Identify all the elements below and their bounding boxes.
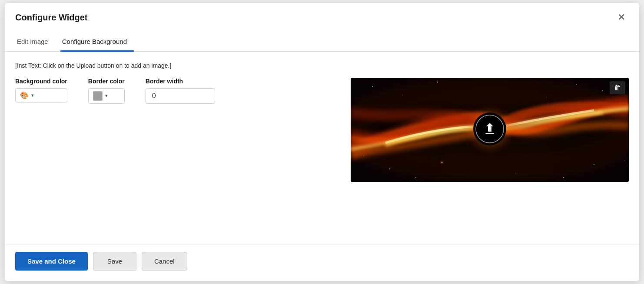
configure-widget-dialog: Configure Widget ✕ Edit Image Configure … <box>5 3 639 281</box>
svg-point-14 <box>563 177 564 178</box>
tab-configure-background[interactable]: Configure Background <box>60 34 134 52</box>
chevron-down-icon: ▾ <box>31 92 34 98</box>
border-width-label: Border width <box>146 78 215 85</box>
dialog-body: [Inst Text: Click on the Upload button o… <box>5 52 639 245</box>
trash-icon: 🗑 <box>614 84 621 91</box>
tab-bar: Edit Image Configure Background <box>5 27 639 52</box>
border-color-group: Border color ▾ <box>88 78 125 104</box>
background-color-picker[interactable]: 🎨 ▾ <box>15 88 67 102</box>
chevron-down-icon: ▾ <box>105 93 108 99</box>
save-button[interactable]: Save <box>93 252 136 271</box>
svg-point-11 <box>624 160 625 161</box>
svg-point-1 <box>372 86 373 87</box>
border-width-input[interactable] <box>146 88 215 104</box>
svg-point-13 <box>415 177 416 178</box>
svg-point-4 <box>602 90 603 91</box>
dialog-header: Configure Widget ✕ <box>5 3 639 24</box>
close-button[interactable]: ✕ <box>614 11 629 24</box>
preview-svg <box>351 78 629 182</box>
color-swatch <box>93 91 103 101</box>
background-color-group: Background color 🎨 ▾ <box>15 78 67 102</box>
instruction-text: [Inst Text: Click on the Upload button o… <box>15 62 629 69</box>
dialog-footer: Save and Close Save Cancel <box>5 244 639 281</box>
tab-edit-image[interactable]: Edit Image <box>15 34 55 52</box>
dialog-title: Configure Widget <box>15 13 87 23</box>
svg-point-6 <box>576 84 577 85</box>
image-preview: 🗑 <box>351 78 629 182</box>
background-color-label: Background color <box>15 78 67 85</box>
controls-section: Background color 🎨 ▾ Border color ▾ <box>15 78 337 104</box>
svg-rect-23 <box>485 133 494 134</box>
border-width-group: Border width <box>146 78 215 104</box>
cancel-button[interactable]: Cancel <box>142 252 187 271</box>
delete-image-button[interactable]: 🗑 <box>610 81 625 94</box>
paint-bucket-icon: 🎨 <box>20 91 29 99</box>
border-color-picker[interactable]: ▾ <box>88 88 125 104</box>
save-and-close-button[interactable]: Save and Close <box>15 252 88 271</box>
border-color-label: Border color <box>88 78 125 85</box>
controls-and-preview: Background color 🎨 ▾ Border color ▾ <box>15 78 629 238</box>
